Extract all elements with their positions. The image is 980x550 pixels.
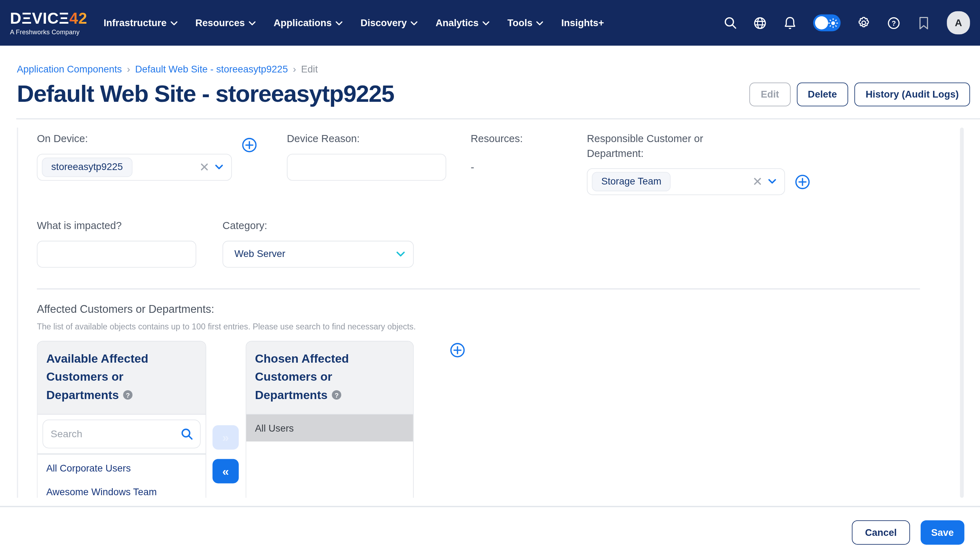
available-affected-box: Available Affected Customers or Departme… — [37, 341, 206, 498]
main-menu: Infrastructure Resources Applications Di… — [103, 18, 604, 29]
category-value: Web Server — [228, 249, 285, 260]
settings-gear-icon[interactable] — [857, 16, 870, 30]
add-responsible-customer-icon[interactable] — [795, 174, 810, 195]
device-reason-label: Device Reason: — [287, 131, 446, 146]
form-row-1: On Device: storeeasytp9225 — [37, 131, 939, 195]
menu-tools[interactable]: Tools — [508, 18, 543, 29]
responsible-customer-label: Responsible Customer or Department: — [587, 131, 715, 161]
search-icon[interactable] — [181, 428, 193, 443]
chosen-item-selected[interactable]: All Users — [246, 415, 413, 442]
menu-analytics[interactable]: Analytics — [436, 18, 489, 29]
category-label: Category: — [223, 218, 414, 233]
chevron-down-icon[interactable] — [396, 251, 405, 257]
move-to-chosen-button[interactable]: » — [213, 425, 239, 450]
edit-form-card: On Device: storeeasytp9225 — [17, 128, 964, 498]
history-audit-logs-button[interactable]: History (Audit Logs) — [854, 82, 970, 106]
on-device-label: On Device: — [37, 131, 232, 146]
menu-resources[interactable]: Resources — [196, 18, 255, 29]
affected-section-heading: Affected Customers or Departments: — [37, 303, 939, 316]
navbar-actions: ? A — [723, 11, 970, 34]
page-title: Default Web Site - storeeasytp9225 — [17, 81, 394, 107]
chosen-affected-box: Chosen Affected Customers or Departments… — [245, 341, 414, 498]
bookmark-icon[interactable] — [917, 16, 931, 30]
breadcrumb-component[interactable]: Default Web Site - storeeasytp9225 — [135, 64, 288, 75]
menu-applications[interactable]: Applications — [274, 18, 342, 29]
globe-icon[interactable] — [753, 16, 767, 30]
on-device-chip: storeeasytp9225 — [42, 158, 132, 177]
breadcrumb-separator: › — [293, 64, 296, 75]
what-is-impacted-input[interactable] — [37, 241, 196, 268]
resources-value: - — [471, 161, 562, 174]
save-button[interactable]: Save — [921, 520, 964, 545]
chevron-down-icon[interactable] — [768, 179, 776, 184]
category-select[interactable]: Web Server — [223, 241, 414, 268]
section-divider — [37, 288, 920, 290]
responsible-customer-chip: Storage Team — [592, 172, 671, 191]
device42-logo[interactable]: DΞVICΞ42 A Freshworks Company — [10, 10, 87, 35]
breadcrumb: Application Components › Default Web Sit… — [17, 64, 980, 75]
edit-button[interactable]: Edit — [750, 82, 790, 106]
theme-toggle[interactable] — [813, 14, 841, 32]
transfer-buttons: » « — [213, 425, 239, 483]
device42-app: DΞVICΞ42 A Freshworks Company Infrastruc… — [0, 0, 980, 550]
page-header: Default Web Site - storeeasytp9225 Edit … — [17, 81, 970, 107]
on-device-select[interactable]: storeeasytp9225 — [37, 154, 232, 181]
top-navbar: DΞVICΞ42 A Freshworks Company Infrastruc… — [0, 0, 980, 46]
what-is-impacted-label: What is impacted? — [37, 218, 196, 233]
search-icon[interactable] — [723, 16, 737, 30]
chevron-down-icon — [536, 21, 543, 26]
menu-discovery[interactable]: Discovery — [360, 18, 417, 29]
list-divider — [37, 453, 205, 454]
delete-button[interactable]: Delete — [797, 82, 848, 106]
menu-infrastructure[interactable]: Infrastructure — [103, 18, 177, 29]
logo-subtitle: A Freshworks Company — [10, 28, 87, 35]
clear-icon[interactable] — [200, 163, 209, 172]
available-box-title: Available Affected Customers or Departme… — [46, 352, 148, 401]
page-actions: Edit Delete History (Audit Logs) — [750, 82, 970, 106]
resources-label: Resources: — [471, 131, 562, 146]
header-divider — [16, 118, 980, 120]
help-icon[interactable]: ? — [887, 16, 900, 30]
cancel-button[interactable]: Cancel — [852, 520, 910, 545]
vertical-scrollbar[interactable] — [960, 128, 964, 498]
toggle-knob — [815, 16, 828, 29]
avatar-initial: A — [955, 18, 962, 29]
move-to-available-button[interactable]: « — [213, 459, 239, 483]
breadcrumb-application-components[interactable]: Application Components — [17, 64, 122, 75]
footer-actions: Cancel Save — [0, 507, 980, 545]
help-icon[interactable]: ? — [123, 390, 133, 400]
user-avatar[interactable]: A — [947, 11, 970, 34]
affected-transfer-widget: Available Affected Customers or Departme… — [37, 341, 939, 498]
available-item[interactable]: Awesome Windows Team — [37, 480, 205, 498]
notifications-bell-icon[interactable] — [783, 16, 797, 30]
svg-text:?: ? — [892, 19, 896, 27]
device-reason-input[interactable] — [287, 154, 446, 181]
help-icon[interactable]: ? — [332, 390, 342, 400]
logo-wordmark: DΞVICΞ42 — [10, 10, 87, 26]
available-search-input[interactable] — [42, 420, 200, 448]
chosen-box-header: Chosen Affected Customers or Departments… — [246, 341, 413, 415]
breadcrumb-separator: › — [127, 64, 130, 75]
responsible-customer-select[interactable]: Storage Team — [587, 168, 785, 195]
affected-section-note: The list of available objects contains u… — [37, 322, 939, 332]
form-row-2: What is impacted? Category: Web Server — [37, 218, 939, 268]
add-device-icon[interactable] — [242, 137, 257, 181]
clear-icon[interactable] — [753, 177, 762, 186]
menu-insights[interactable]: Insights+ — [562, 18, 604, 29]
sun-icon — [828, 18, 838, 27]
breadcrumb-current: Edit — [301, 64, 318, 75]
chevron-down-icon — [249, 21, 255, 26]
add-affected-customer-icon[interactable] — [450, 343, 465, 357]
chevron-down-icon — [482, 21, 489, 26]
chevron-down-icon — [410, 21, 417, 26]
chevron-down-icon — [170, 21, 177, 26]
available-box-header: Available Affected Customers or Departme… — [37, 341, 205, 415]
available-item[interactable]: All Corporate Users — [37, 456, 205, 480]
chevron-down-icon — [336, 21, 342, 26]
chevron-down-icon[interactable] — [215, 165, 223, 170]
